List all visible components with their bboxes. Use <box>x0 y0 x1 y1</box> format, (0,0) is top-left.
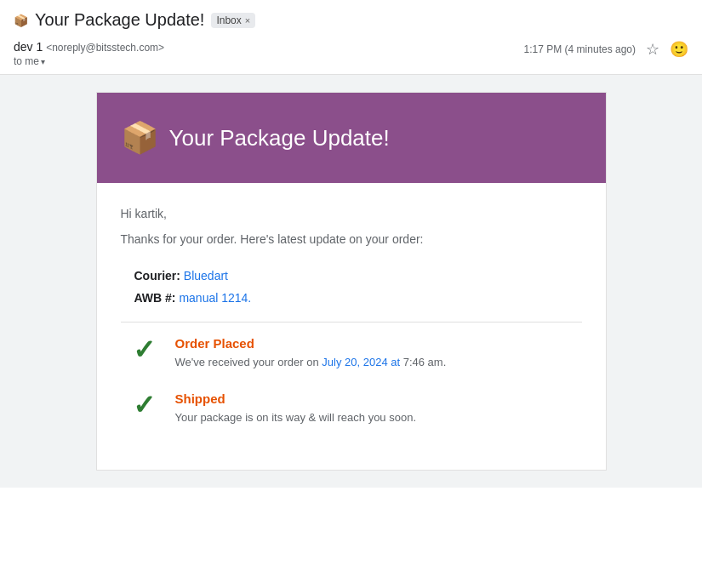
step-order-placed-info: Order Placed We've received your order o… <box>175 336 582 371</box>
email-body: 📦 Your Package Update! Hi kartik, Thanks… <box>0 75 702 488</box>
divider <box>121 322 582 323</box>
courier-row: Courier: Bluedart <box>134 269 582 283</box>
greeting-text: Hi kartik, <box>121 207 582 220</box>
to-me-label: to me <box>14 55 39 67</box>
to-me-dropdown[interactable]: to me ▾ <box>14 55 164 67</box>
emoji-reaction-icon[interactable]: 🙂 <box>670 40 688 59</box>
order-details: Courier: Bluedart AWB #: manual 1214. <box>121 269 582 305</box>
email-subject: Your Package Update! <box>35 10 204 30</box>
step-shipped-info: Shipped Your package is on its way & wil… <box>175 391 582 426</box>
email-timestamp: 1:17 PM (4 minutes ago) <box>524 43 636 55</box>
email-container: 📦 Your Package Update! Inbox × dev 1 <no… <box>0 0 702 588</box>
sender-email: <noreply@bitsstech.com> <box>46 42 164 54</box>
step-shipped-desc: Your package is on its way & will reach … <box>175 409 582 426</box>
step-shipped-title: Shipped <box>175 391 582 406</box>
banner-package-icon: 📦 <box>121 120 159 156</box>
step-order-placed-title: Order Placed <box>175 336 582 351</box>
email-meta-row: dev 1 <noreply@bitsstech.com> to me ▾ 1:… <box>14 40 688 67</box>
sender-display-name: dev 1 <box>14 40 43 54</box>
star-icon[interactable]: ☆ <box>646 40 659 59</box>
step-order-placed: ✓ Order Placed We've received your order… <box>128 336 582 371</box>
chevron-down-icon: ▾ <box>41 57 45 66</box>
intro-text: Thanks for your order. Here's latest upd… <box>121 231 582 248</box>
badge-close-button[interactable]: × <box>245 15 250 26</box>
sender-info: dev 1 <noreply@bitsstech.com> to me ▾ <box>14 40 164 67</box>
email-card: 📦 Your Package Update! Hi kartik, Thanks… <box>96 92 607 471</box>
tracking-steps: ✓ Order Placed We've received your order… <box>121 336 582 425</box>
inbox-label: Inbox <box>216 14 241 26</box>
email-banner: 📦 Your Package Update! <box>97 93 606 183</box>
inbox-badge: Inbox × <box>211 13 255 28</box>
order-date-highlight: July 20, 2024 at <box>322 356 400 368</box>
sender-name: dev 1 <noreply@bitsstech.com> <box>14 40 164 54</box>
subject-line: 📦 Your Package Update! Inbox × <box>14 10 688 30</box>
courier-name: Bluedart <box>184 269 228 283</box>
package-icon: 📦 <box>14 14 28 27</box>
banner-title: Your Package Update! <box>169 125 390 151</box>
email-meta-right: 1:17 PM (4 minutes ago) ☆ 🙂 <box>524 40 688 59</box>
email-content-body: Hi kartik, Thanks for your order. Here's… <box>97 183 606 470</box>
checkmark-shipped: ✓ <box>128 391 162 419</box>
courier-label: Courier: <box>134 269 180 283</box>
step-order-placed-desc: We've received your order on July 20, 20… <box>175 354 582 371</box>
awb-number: manual 1214. <box>179 291 251 305</box>
awb-row: AWB #: manual 1214. <box>134 291 582 305</box>
checkmark-order-placed: ✓ <box>128 336 162 363</box>
step-shipped: ✓ Shipped Your package is on its way & w… <box>128 391 582 426</box>
email-header: 📦 Your Package Update! Inbox × dev 1 <no… <box>0 0 702 75</box>
awb-label: AWB #: <box>134 291 176 305</box>
